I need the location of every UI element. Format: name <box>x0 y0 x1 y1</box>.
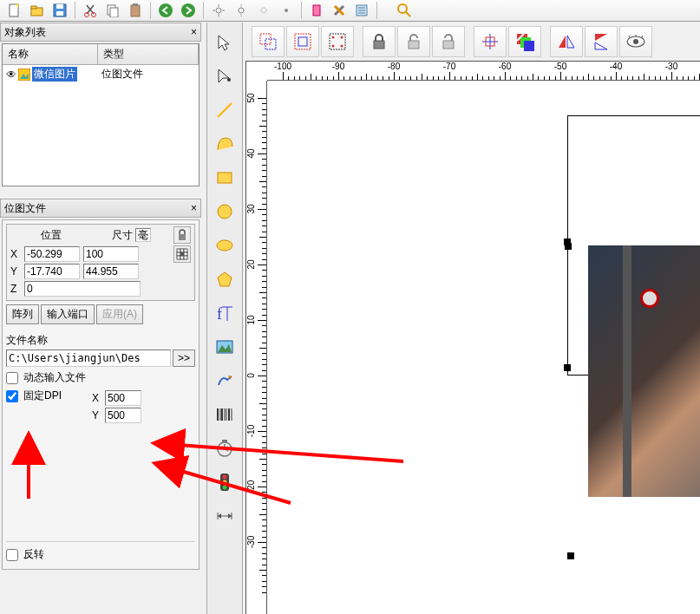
close-icon[interactable]: × <box>191 26 197 38</box>
circle-tool[interactable] <box>210 197 239 226</box>
sel-mode3-button[interactable] <box>321 26 354 57</box>
y-label: Y <box>10 265 21 278</box>
line-tool[interactable] <box>210 95 239 125</box>
file-path-input[interactable] <box>6 349 171 367</box>
open-icon[interactable] <box>28 1 47 20</box>
mirror-h-button[interactable] <box>550 26 583 57</box>
light2-icon[interactable] <box>232 1 251 20</box>
svg-rect-46 <box>409 41 419 49</box>
svg-rect-39 <box>298 37 307 46</box>
z-input[interactable] <box>24 281 141 297</box>
svg-point-99 <box>223 475 227 480</box>
close-icon[interactable]: × <box>191 202 197 214</box>
save-icon[interactable] <box>50 1 69 20</box>
svg-rect-45 <box>374 41 384 49</box>
barcode-tool[interactable] <box>210 400 239 429</box>
pointer-tool[interactable] <box>210 28 239 57</box>
apply-button[interactable]: 应用(A) <box>96 304 143 324</box>
ruler-horizontal[interactable]: -100-90-80-70-60-50-40-30 <box>267 62 700 81</box>
polygon-tool[interactable] <box>210 265 239 294</box>
light3-icon[interactable] <box>254 1 273 20</box>
table-row[interactable]: 👁 微信图片 位图文件 <box>3 65 199 83</box>
svg-point-41 <box>332 36 335 39</box>
image-tool[interactable] <box>210 332 239 362</box>
svg-rect-97 <box>222 440 227 442</box>
svg-point-22 <box>239 8 244 13</box>
svg-point-34 <box>398 4 407 13</box>
dynamic-input-checkbox[interactable] <box>6 372 18 384</box>
svg-rect-38 <box>295 34 311 49</box>
curve-tool[interactable] <box>210 129 239 159</box>
array-button[interactable]: 阵列 <box>6 304 39 324</box>
svg-marker-54 <box>559 36 566 48</box>
svg-rect-53 <box>524 41 534 51</box>
list-icon[interactable] <box>352 1 371 20</box>
paste-icon[interactable] <box>126 1 145 20</box>
mirror-v-button[interactable] <box>585 26 618 57</box>
placed-image[interactable] <box>588 245 700 497</box>
measure-tool[interactable] <box>210 501 239 531</box>
workspace[interactable] <box>267 81 700 614</box>
ioport-button[interactable]: 输入端口 <box>41 304 95 324</box>
y-input[interactable] <box>24 264 80 279</box>
lock-open2-button[interactable] <box>432 26 465 57</box>
ellipse-tool[interactable] <box>210 231 239 260</box>
fix-dpi-checkbox[interactable] <box>6 390 18 402</box>
svg-rect-12 <box>110 8 118 17</box>
svg-marker-57 <box>595 42 607 49</box>
light1-icon[interactable] <box>209 1 228 20</box>
sel-mode1-button[interactable] <box>252 26 285 57</box>
sel-mode2-button[interactable] <box>286 26 319 57</box>
redo-icon[interactable] <box>179 1 198 20</box>
col-type-header[interactable]: 类型 <box>98 44 199 64</box>
preview-eye-button[interactable] <box>619 26 652 57</box>
width-input[interactable] <box>83 246 139 262</box>
cut-icon[interactable] <box>81 1 100 20</box>
rect-tool[interactable] <box>210 163 239 193</box>
svg-point-78 <box>218 205 232 219</box>
bitmap-panel-title: 位图文件 <box>4 201 46 216</box>
x-input[interactable] <box>24 246 80 262</box>
svg-point-42 <box>341 36 343 39</box>
text-tool[interactable]: f <box>210 298 239 328</box>
svg-rect-74 <box>184 256 187 259</box>
col-name-header[interactable]: 名称 <box>3 44 98 64</box>
resize-handle[interactable] <box>567 552 574 559</box>
tools-icon[interactable] <box>330 1 349 20</box>
bitmap-panel-header: 位图文件 × <box>0 199 201 218</box>
light4-icon[interactable] <box>277 1 296 20</box>
zoom-icon[interactable] <box>395 1 414 20</box>
resize-handle[interactable] <box>564 238 571 245</box>
fix-dpi-label: 固定DPI <box>23 389 62 403</box>
z-label: Z <box>10 283 21 295</box>
copy-icon[interactable] <box>103 1 122 20</box>
svg-rect-6 <box>56 4 63 9</box>
align-button[interactable] <box>474 26 507 57</box>
svg-marker-105 <box>218 513 221 519</box>
undo-icon[interactable] <box>156 1 175 20</box>
lock-closed-button[interactable] <box>363 26 396 57</box>
height-input[interactable] <box>83 264 139 279</box>
laser-icon[interactable] <box>307 1 326 20</box>
object-list-header: 对象列表 × <box>0 23 201 42</box>
svg-rect-40 <box>330 34 345 49</box>
traffic-tool[interactable] <box>210 467 239 497</box>
ruler-vertical[interactable]: 50403020100-10-20-30 <box>246 81 267 614</box>
invert-checkbox[interactable] <box>6 549 18 561</box>
timer-tool[interactable] <box>210 434 239 463</box>
position-size-box: 位置 尺寸 毫 X Y Z <box>6 224 195 301</box>
svg-marker-56 <box>595 34 607 41</box>
invert-label: 反转 <box>23 547 44 562</box>
layers-color-button[interactable] <box>508 26 541 57</box>
dpi-y-input[interactable] <box>105 408 141 423</box>
lock-open-button[interactable] <box>397 26 430 57</box>
node-tool[interactable] <box>210 62 239 91</box>
resize-handle[interactable] <box>564 364 571 371</box>
browse-button[interactable]: >> <box>173 349 195 367</box>
svg-rect-72 <box>177 256 180 259</box>
dpi-x-input[interactable] <box>105 390 141 406</box>
lock-aspect-button[interactable] <box>173 226 191 244</box>
new-doc-icon[interactable] <box>5 1 24 20</box>
vector-tool[interactable] <box>210 366 239 395</box>
anchor-grid-button[interactable] <box>173 245 191 263</box>
